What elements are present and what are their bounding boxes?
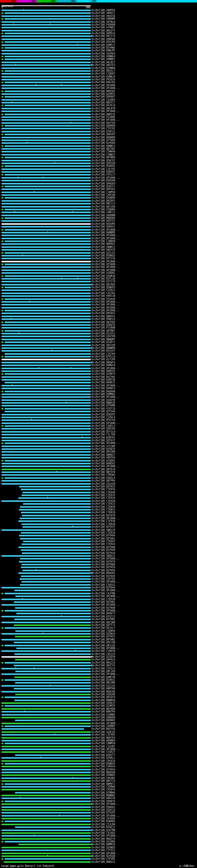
hit-bar[interactable] xyxy=(20,558,91,559)
hit-label[interactable]: UniRef100_UP1000... xyxy=(91,465,120,468)
hit-bar[interactable] xyxy=(2,711,91,713)
hit-label[interactable]: UniRef100_A7RJJ7 xyxy=(91,173,115,176)
hit-bar[interactable] xyxy=(19,844,91,845)
hit-label[interactable]: UniRef100_UP1000... xyxy=(91,266,120,269)
hit-label[interactable]: UniRef100_Q7RNH4 xyxy=(91,791,115,794)
hit-bar[interactable] xyxy=(2,774,91,776)
hit-bar[interactable] xyxy=(5,330,91,332)
hit-label[interactable]: UniRef100_C5PBW4 xyxy=(91,785,115,788)
hit-label[interactable]: UniRef100_Q5W461 xyxy=(91,806,115,809)
hit-label[interactable]: UniRef100_Q4WF40 xyxy=(91,676,115,679)
hit-bar[interactable] xyxy=(2,798,91,799)
hit-label[interactable]: UniRef100_B9FW41 xyxy=(91,312,115,315)
hit-label[interactable]: UniRef100_A8Y2V9 xyxy=(91,344,115,347)
hit-label[interactable]: UniRef100_B3TH78 xyxy=(91,514,115,517)
hit-bar[interactable] xyxy=(2,76,91,78)
hit-bar[interactable] xyxy=(2,766,91,767)
hit-label[interactable]: UniRef100_C7E923 xyxy=(91,502,115,505)
hit-label[interactable]: UniRef100_B4LRC7 xyxy=(91,61,115,64)
hit-bar[interactable] xyxy=(14,665,91,666)
hit-bar[interactable] xyxy=(2,451,91,453)
hit-bar[interactable] xyxy=(5,165,91,167)
hit-bar[interactable] xyxy=(2,180,91,181)
hit-bar[interactable] xyxy=(2,847,91,848)
hit-label[interactable]: UniRef100_B0DXD6 xyxy=(91,217,115,220)
hit-bar[interactable] xyxy=(5,391,91,392)
hit-bar[interactable] xyxy=(5,442,91,444)
hit-label[interactable]: UniRef100_Q6EV07 xyxy=(91,133,115,136)
hit-bar[interactable] xyxy=(2,85,91,86)
hit-label[interactable]: UniRef100_C7E934 xyxy=(91,531,115,534)
hit-label[interactable]: UniRef100_C7E924 xyxy=(91,497,115,499)
hit-bar[interactable] xyxy=(2,434,91,435)
hit-label[interactable]: UniRef100_Q6CCV1 xyxy=(91,664,115,667)
hit-label[interactable]: UniRef100_Q9XIL7 xyxy=(91,70,115,72)
hit-bar[interactable] xyxy=(19,486,91,488)
hit-label[interactable]: UniRef100_A9NNE4 xyxy=(91,55,115,58)
hit-bar[interactable] xyxy=(15,827,91,828)
hit-label[interactable]: UniRef100_B3TH56 xyxy=(91,569,115,572)
hit-bar[interactable] xyxy=(5,408,91,409)
hit-bar[interactable] xyxy=(2,437,91,438)
hit-bar[interactable] xyxy=(15,659,91,660)
hit-label[interactable]: UniRef100_B1WAB5 xyxy=(91,820,115,823)
hit-bar[interactable] xyxy=(2,809,91,811)
hit-bar[interactable] xyxy=(2,339,91,340)
hit-label[interactable]: UniRef100_B4PZD1 xyxy=(91,188,115,191)
hit-bar[interactable] xyxy=(2,261,91,262)
hit-label[interactable]: UniRef100_A8WKC3 xyxy=(91,246,115,248)
hit-bar[interactable] xyxy=(15,630,91,632)
hit-label[interactable]: UniRef100_UP1000... xyxy=(91,748,120,751)
hit-bar[interactable] xyxy=(5,298,91,300)
hit-label[interactable]: UniRef100_B6K622 xyxy=(91,861,115,863)
hit-bar[interactable] xyxy=(2,362,91,363)
hit-label[interactable]: UniRef100_C63GH5 xyxy=(91,817,115,820)
hit-label[interactable]: UniRef100_C5FSM2 xyxy=(91,858,115,860)
hit-bar[interactable] xyxy=(2,633,91,634)
hit-label[interactable]: UniRef100_B8NBV8 xyxy=(91,699,115,702)
hit-label[interactable]: UniRef100_C5JLN4 xyxy=(91,823,115,826)
hit-label[interactable]: UniRef100_Q7S9G4 xyxy=(91,768,115,771)
hit-label[interactable]: UniRef100_A9TNL0 xyxy=(91,21,115,23)
hit-bar[interactable] xyxy=(2,740,91,741)
hit-bar[interactable] xyxy=(2,194,91,196)
hit-bar[interactable] xyxy=(2,604,91,606)
hit-label[interactable]: UniRef100_UP1000... xyxy=(91,301,120,303)
hit-bar[interactable] xyxy=(5,679,91,681)
hit-bar[interactable] xyxy=(2,38,91,40)
hit-label[interactable]: UniRef100_A8PZU4 xyxy=(91,456,115,459)
hit-label[interactable]: UniRef100_A7UT19 xyxy=(91,407,115,410)
hit-label[interactable]: UniRef100_Q2H8L2 xyxy=(91,756,115,759)
hit-label[interactable]: UniRef100_C1GGB7 xyxy=(91,745,115,748)
hit-label[interactable]: UniRef100_UP8UE9 xyxy=(91,182,115,185)
hit-label[interactable]: UniRef100_B3MP17 xyxy=(91,44,115,46)
hit-label[interactable]: UniRef100_B3TH62 xyxy=(91,537,115,540)
hit-bar[interactable] xyxy=(19,572,91,574)
hit-bar[interactable] xyxy=(5,174,91,176)
hit-bar[interactable] xyxy=(2,243,91,245)
hit-bar[interactable] xyxy=(2,99,91,101)
hit-label[interactable]: UniRef100_P49688 xyxy=(91,23,115,26)
hit-label[interactable]: UniRef100_UP1000... xyxy=(91,673,120,676)
hit-bar[interactable] xyxy=(2,21,91,23)
hit-label[interactable]: UniRef100_A0HPE4 xyxy=(91,9,115,12)
hit-bar[interactable] xyxy=(5,593,91,594)
hit-label[interactable]: UniRef100_A5DGL9 xyxy=(91,477,115,479)
hit-bar[interactable] xyxy=(2,295,91,297)
hit-bar[interactable] xyxy=(2,284,91,285)
hit-label[interactable]: UniRef100_C4JFN6 xyxy=(91,592,115,595)
hit-label[interactable]: UniRef100_B9RIB2 xyxy=(91,90,115,93)
hit-bar[interactable] xyxy=(2,116,91,118)
hit-bar[interactable] xyxy=(2,30,91,31)
hit-label[interactable]: UniRef100_C55C82 xyxy=(91,127,115,130)
hit-label[interactable]: UniRef100_Q7PXM6 xyxy=(91,404,115,407)
hit-label[interactable]: UniRef100_B6TNR8 xyxy=(91,156,115,159)
hit-label[interactable]: UniRef100_B3TH48 xyxy=(91,549,115,552)
hit-label[interactable]: UniRef100_B3TH37 xyxy=(91,526,115,528)
hit-bar[interactable] xyxy=(5,341,91,343)
hit-bar[interactable] xyxy=(2,751,91,753)
hit-label[interactable]: UniRef100_Q4WXD6 xyxy=(91,716,115,719)
hit-bar[interactable] xyxy=(2,616,91,617)
hit-bar[interactable] xyxy=(5,382,91,383)
hit-label[interactable]: UniRef100_UP1000... xyxy=(91,803,120,805)
